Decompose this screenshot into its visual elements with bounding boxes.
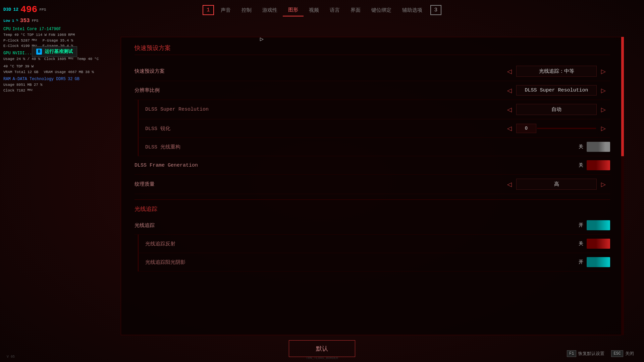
hud-gpu-label: GPU [3, 50, 11, 56]
section-divider [135, 199, 610, 200]
hud-temp-label: Temp [3, 32, 12, 38]
rt-sun-shadow-state: 开 [579, 259, 583, 265]
label-resolution-scale: 分辨率比例 [135, 87, 160, 94]
arrow-right-quick-preset[interactable]: ▷ [597, 66, 610, 76]
nav-item-interface[interactable]: 界面 [345, 4, 366, 16]
hud-ram-clock-label: Clock [3, 88, 14, 94]
hud-ram-unit: GB [74, 76, 79, 82]
selector-resolution-scale[interactable]: ◁ DLSS Super Resolution ▷ [503, 85, 610, 96]
toggle-track-rt-reflection [587, 239, 610, 249]
toggle-track-dlss-fg [587, 160, 610, 170]
section2-title: 光线追踪 [135, 205, 610, 213]
arrow-right-resolution-scale[interactable]: ▷ [597, 85, 610, 96]
dlss-rr-state: 关 [579, 144, 583, 150]
hud-fan-val: 1069 [57, 32, 66, 38]
hud-fan-label: FAN [49, 32, 55, 38]
arrow-right-texture-quality[interactable]: ▷ [597, 179, 610, 189]
hud-cpu-label: CPU [3, 26, 11, 32]
arrow-left-resolution-scale[interactable]: ◁ [503, 85, 516, 96]
row-dlss-rr: DLSS 光线重构 关 [138, 138, 610, 156]
row-quick-preset: 快速预设方案 ◁ 光线追踪：中等 ▷ [135, 62, 610, 81]
default-button[interactable]: 默认 [289, 340, 355, 357]
toggle-raytracing: 开 [503, 220, 610, 230]
nav-item-gameplay[interactable]: 游戏性 [257, 4, 283, 16]
arrow-left-dlss-sharpen[interactable]: ◁ [503, 123, 516, 133]
toggle-switch-dlss-fg[interactable] [587, 160, 610, 170]
benchmark-text: 运行基准测试 [45, 49, 73, 55]
arrow-left-dlss-sr[interactable]: ◁ [503, 105, 516, 115]
hud-vram-usage-val: 4667 [68, 69, 76, 75]
label-rt-sun-shadow: 光线追踪阳光阴影 [145, 259, 185, 265]
hud-gpu-name: NVIDI... [13, 50, 32, 56]
row-dlss-sharpen: DLSS 锐化 ◁ 0 ▷ [138, 119, 610, 138]
nav-num-right[interactable]: 3 [430, 5, 442, 15]
hud-temp-val: 49 [14, 32, 18, 38]
cursor-indicator: ▷ [260, 35, 267, 42]
hud-gpu-usage-label: Usage [3, 56, 14, 62]
dlss-sharpen-bar[interactable] [537, 128, 596, 129]
label-raytracing: 光线追踪 [135, 222, 155, 229]
label-dlss-sr: DLSS Super Resolution [145, 107, 209, 112]
toggle-switch-raytracing[interactable] [587, 220, 610, 230]
hud-pclock-val: 5287 [21, 38, 30, 44]
dlss-sharpen-value: 0 [516, 124, 536, 133]
hud-vram-total-label: VRAM Total [3, 69, 25, 75]
raytracing-state: 开 [579, 222, 583, 228]
hud-tdp-val: 114 [36, 32, 43, 38]
hud-pclock-label: P-Clock [3, 38, 19, 44]
top-navigation: 1 声音 控制 游戏性 图形 视频 语言 界面 键位绑定 辅助选项 3 [0, 0, 644, 20]
scrollbar-thumb[interactable] [621, 37, 624, 156]
nav-item-keybind[interactable]: 键位绑定 [366, 4, 397, 16]
hud-ram-usage-val: 8951 [16, 82, 25, 88]
nav-item-graphics[interactable]: 图形 [283, 4, 304, 16]
label-dlss-rr: DLSS 光线重构 [145, 144, 180, 150]
label-dlss-sharpen: DLSS 锐化 [145, 125, 170, 132]
nav-item-video[interactable]: 视频 [304, 4, 324, 16]
rt-reflection-state: 关 [579, 241, 583, 247]
benchmark-tooltip[interactable]: B 运行基准测试 [32, 46, 77, 57]
arrow-left-quick-preset[interactable]: ◁ [503, 66, 516, 76]
value-texture-quality: 高 [516, 179, 597, 190]
nav-item-control[interactable]: 控制 [236, 4, 257, 16]
toggle-dlss-fg: 关 [503, 160, 610, 170]
row-resolution-scale: 分辨率比例 ◁ DLSS Super Resolution ▷ [135, 81, 610, 100]
slider-dlss-sharpen[interactable]: ◁ 0 ▷ [503, 123, 610, 133]
selector-texture-quality[interactable]: ◁ 高 ▷ [503, 179, 610, 190]
value-resolution-scale: DLSS Super Resolution [516, 85, 597, 96]
toggle-rt-reflection: 关 [503, 239, 610, 249]
row-rt-reflection: 光线追踪反射 关 [138, 235, 610, 253]
nav-item-language[interactable]: 语言 [324, 4, 345, 16]
benchmark-key: B [36, 49, 42, 55]
arrow-right-dlss-sharpen[interactable]: ▷ [597, 123, 610, 133]
label-rt-reflection: 光线追踪反射 [145, 241, 175, 247]
nav-item-accessibility[interactable]: 辅助选项 [397, 4, 428, 16]
hud-ram-usage-label: Usage [3, 82, 14, 88]
value-dlss-sr: 自动 [516, 104, 597, 115]
hud-vram-total-val: 12 [28, 69, 32, 75]
arrow-left-texture-quality[interactable]: ◁ [503, 179, 516, 189]
row-texture-quality: 纹理质量 ◁ 高 ▷ [135, 175, 610, 194]
nav-item-sound[interactable]: 声音 [215, 4, 236, 16]
toggle-track-dlss-rr [587, 142, 610, 152]
toggle-switch-rt-sun-shadow[interactable] [587, 257, 610, 267]
hud-vram-usage-label: VRAM Usage [44, 69, 66, 75]
hud-cpu-name: Intel Core i7-14790F [13, 26, 61, 32]
value-quick-preset: 光线追踪：中等 [516, 66, 597, 77]
label-dlss-fg: DLSS Frame Generation [135, 163, 198, 168]
scrollbar-track[interactable] [621, 37, 624, 335]
selector-dlss-sr[interactable]: ◁ 自动 ▷ [503, 104, 610, 115]
toggle-dlss-rr: 关 [503, 142, 610, 152]
toggle-switch-dlss-rr[interactable] [587, 142, 610, 152]
bottom-bar: 默认 [0, 335, 644, 362]
hud-temp-unit: °C [21, 32, 25, 38]
arrow-right-dlss-sr[interactable]: ▷ [597, 105, 610, 115]
selector-quick-preset[interactable]: ◁ 光线追踪：中等 ▷ [503, 66, 610, 77]
hud-eclock-label: E-Clock [3, 43, 19, 49]
hud-tdp-label: TDP [27, 32, 34, 38]
toggle-switch-rt-reflection[interactable] [587, 239, 610, 249]
panel-inner: 快速预设方案 快速预设方案 ◁ 光线追踪：中等 ▷ 分辨率比例 ◁ DLSS S… [121, 37, 624, 335]
toggle-rt-sun-shadow: 开 [503, 257, 610, 267]
hud-pusage-val: 35.4 [60, 38, 69, 44]
settings-panel: 快速预设方案 快速预设方案 ◁ 光线追踪：中等 ▷ 分辨率比例 ◁ DLSS S… [121, 37, 624, 335]
nav-num-left[interactable]: 1 [203, 5, 214, 15]
